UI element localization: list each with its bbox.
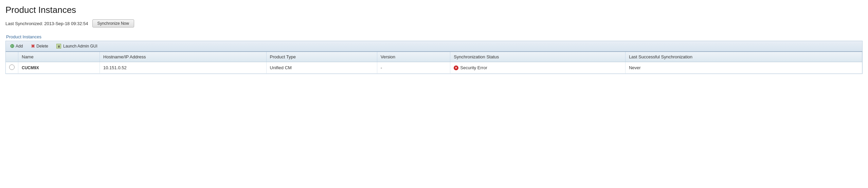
- toolbar: ⊕ Add ✖ Delete 🖥 Launch Admin GUI: [5, 41, 863, 51]
- row-select-cell[interactable]: [6, 62, 18, 74]
- sync-status-label: Security Error: [460, 65, 487, 70]
- row-sync-status: Security Error: [450, 62, 626, 74]
- launch-admin-gui-button[interactable]: 🖥 Launch Admin GUI: [55, 43, 99, 49]
- add-icon: ⊕: [10, 43, 14, 49]
- section-label: Product Instances: [5, 34, 863, 39]
- table-row: CUCM9X10.151.0.52Unified CM-Security Err…: [6, 62, 862, 74]
- col-header-name: Name: [18, 52, 100, 62]
- delete-label: Delete: [36, 44, 48, 49]
- col-header-sync-status: Synchronization Status: [450, 52, 626, 62]
- page-title: Product Instances: [5, 5, 863, 15]
- table-header-row: Name Hostname/IP Address Product Type Ve…: [6, 52, 862, 62]
- row-product-type: Unified CM: [266, 62, 377, 74]
- row-hostname: 10.151.0.52: [100, 62, 267, 74]
- row-radio[interactable]: [9, 64, 15, 70]
- synchronize-now-button[interactable]: Synchronize Now: [92, 19, 134, 27]
- launch-label: Launch Admin GUI: [63, 44, 97, 49]
- product-instances-table-wrapper: Name Hostname/IP Address Product Type Ve…: [5, 51, 863, 74]
- delete-button[interactable]: ✖ Delete: [30, 43, 50, 50]
- sync-bar: Last Synchronized: 2013-Sep-18 09:32:54 …: [5, 19, 863, 27]
- delete-icon: ✖: [31, 43, 35, 49]
- add-label: Add: [16, 44, 23, 49]
- col-header-last-sync: Last Successful Synchronization: [625, 52, 862, 62]
- col-header-product-type: Product Type: [266, 52, 377, 62]
- row-name: CUCM9X: [18, 62, 100, 74]
- launch-icon: 🖥: [56, 44, 61, 49]
- col-header-select: [6, 52, 18, 62]
- row-version: -: [377, 62, 450, 74]
- row-last-sync: Never: [625, 62, 862, 74]
- col-header-version: Version: [377, 52, 450, 62]
- add-button[interactable]: ⊕ Add: [8, 43, 24, 50]
- last-sync-label: Last Synchronized: 2013-Sep-18 09:32:54: [5, 21, 88, 26]
- product-instances-table: Name Hostname/IP Address Product Type Ve…: [6, 52, 862, 74]
- error-icon: [454, 65, 458, 70]
- col-header-hostname: Hostname/IP Address: [100, 52, 267, 62]
